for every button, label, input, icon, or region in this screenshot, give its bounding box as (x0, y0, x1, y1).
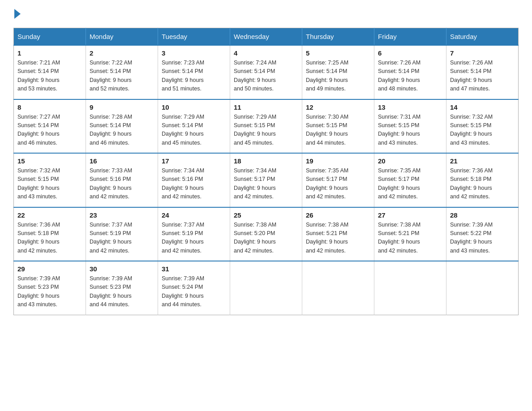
day-number: 1 (17, 49, 82, 57)
day-info: Sunrise: 7:31 AM Sunset: 5:15 PM Dayligh… (378, 113, 442, 148)
day-info: Sunrise: 7:32 AM Sunset: 5:15 PM Dayligh… (450, 113, 515, 148)
calendar-cell: 17 Sunrise: 7:34 AM Sunset: 5:16 PM Dayl… (158, 153, 230, 207)
day-info: Sunrise: 7:25 AM Sunset: 5:14 PM Dayligh… (306, 59, 370, 94)
day-info: Sunrise: 7:27 AM Sunset: 5:14 PM Dayligh… (17, 113, 82, 148)
calendar-cell: 19 Sunrise: 7:35 AM Sunset: 5:17 PM Dayl… (302, 153, 374, 207)
day-number: 10 (162, 103, 226, 111)
day-info: Sunrise: 7:38 AM Sunset: 5:21 PM Dayligh… (378, 221, 442, 256)
calendar-cell: 15 Sunrise: 7:32 AM Sunset: 5:15 PM Dayl… (14, 153, 86, 207)
calendar-week-2: 8 Sunrise: 7:27 AM Sunset: 5:14 PM Dayli… (14, 99, 519, 154)
calendar-table: SundayMondayTuesdayWednesdayThursdayFrid… (13, 28, 519, 315)
day-info: Sunrise: 7:39 AM Sunset: 5:23 PM Dayligh… (90, 274, 154, 309)
calendar-cell: 8 Sunrise: 7:27 AM Sunset: 5:14 PM Dayli… (14, 99, 86, 154)
dow-header-friday: Friday (374, 28, 446, 46)
calendar-week-3: 15 Sunrise: 7:32 AM Sunset: 5:15 PM Dayl… (14, 153, 519, 207)
day-info: Sunrise: 7:32 AM Sunset: 5:15 PM Dayligh… (17, 167, 82, 201)
day-number: 21 (450, 157, 515, 165)
logo-arrow-icon (14, 9, 21, 19)
day-number: 17 (162, 157, 226, 165)
calendar-cell: 1 Sunrise: 7:21 AM Sunset: 5:14 PM Dayli… (14, 45, 86, 99)
calendar-week-5: 29 Sunrise: 7:39 AM Sunset: 5:23 PM Dayl… (14, 261, 519, 315)
day-number: 29 (17, 265, 82, 273)
dow-header-monday: Monday (86, 28, 158, 46)
calendar-cell: 5 Sunrise: 7:25 AM Sunset: 5:14 PM Dayli… (302, 45, 374, 99)
calendar-week-4: 22 Sunrise: 7:36 AM Sunset: 5:18 PM Dayl… (14, 207, 519, 261)
day-number: 11 (234, 103, 298, 111)
calendar-body: 1 Sunrise: 7:21 AM Sunset: 5:14 PM Dayli… (14, 45, 519, 315)
calendar-cell: 24 Sunrise: 7:37 AM Sunset: 5:19 PM Dayl… (158, 207, 230, 261)
day-number: 7 (450, 49, 515, 57)
dow-header-thursday: Thursday (302, 28, 374, 46)
calendar-cell: 18 Sunrise: 7:34 AM Sunset: 5:17 PM Dayl… (230, 153, 302, 207)
day-number: 30 (90, 265, 154, 273)
calendar-cell: 22 Sunrise: 7:36 AM Sunset: 5:18 PM Dayl… (14, 207, 86, 261)
day-info: Sunrise: 7:24 AM Sunset: 5:14 PM Dayligh… (234, 59, 298, 94)
calendar-cell: 2 Sunrise: 7:22 AM Sunset: 5:14 PM Dayli… (86, 45, 158, 99)
dow-header-sunday: Sunday (14, 28, 86, 46)
day-number: 14 (450, 103, 515, 111)
calendar-cell (230, 261, 302, 315)
day-info: Sunrise: 7:30 AM Sunset: 5:15 PM Dayligh… (306, 113, 370, 148)
day-number: 2 (90, 49, 154, 57)
day-info: Sunrise: 7:21 AM Sunset: 5:14 PM Dayligh… (17, 59, 82, 94)
day-info: Sunrise: 7:29 AM Sunset: 5:14 PM Dayligh… (162, 113, 226, 148)
day-info: Sunrise: 7:38 AM Sunset: 5:21 PM Dayligh… (306, 221, 370, 256)
calendar-cell (446, 261, 519, 315)
day-info: Sunrise: 7:33 AM Sunset: 5:16 PM Dayligh… (90, 167, 154, 201)
day-number: 31 (162, 265, 226, 273)
day-info: Sunrise: 7:34 AM Sunset: 5:16 PM Dayligh… (162, 167, 226, 201)
day-info: Sunrise: 7:35 AM Sunset: 5:17 PM Dayligh… (378, 167, 442, 201)
calendar-cell: 29 Sunrise: 7:39 AM Sunset: 5:23 PM Dayl… (14, 261, 86, 315)
day-number: 19 (306, 157, 370, 165)
calendar-cell: 30 Sunrise: 7:39 AM Sunset: 5:23 PM Dayl… (86, 261, 158, 315)
calendar-cell: 27 Sunrise: 7:38 AM Sunset: 5:21 PM Dayl… (374, 207, 446, 261)
calendar-cell: 31 Sunrise: 7:39 AM Sunset: 5:24 PM Dayl… (158, 261, 230, 315)
calendar-cell (374, 261, 446, 315)
day-info: Sunrise: 7:37 AM Sunset: 5:19 PM Dayligh… (90, 221, 154, 256)
calendar-cell: 26 Sunrise: 7:38 AM Sunset: 5:21 PM Dayl… (302, 207, 374, 261)
calendar-cell: 16 Sunrise: 7:33 AM Sunset: 5:16 PM Dayl… (86, 153, 158, 207)
calendar-cell: 12 Sunrise: 7:30 AM Sunset: 5:15 PM Dayl… (302, 99, 374, 154)
calendar-cell: 14 Sunrise: 7:32 AM Sunset: 5:15 PM Dayl… (446, 99, 519, 154)
calendar-cell: 6 Sunrise: 7:26 AM Sunset: 5:14 PM Dayli… (374, 45, 446, 99)
calendar-header: SundayMondayTuesdayWednesdayThursdayFrid… (14, 28, 519, 46)
day-info: Sunrise: 7:37 AM Sunset: 5:19 PM Dayligh… (162, 221, 226, 256)
day-number: 4 (234, 49, 298, 57)
day-info: Sunrise: 7:39 AM Sunset: 5:22 PM Dayligh… (450, 221, 515, 256)
day-info: Sunrise: 7:36 AM Sunset: 5:18 PM Dayligh… (450, 167, 515, 201)
dow-header-tuesday: Tuesday (158, 28, 230, 46)
day-info: Sunrise: 7:38 AM Sunset: 5:20 PM Dayligh… (234, 221, 298, 256)
day-number: 22 (17, 211, 82, 219)
calendar-cell: 7 Sunrise: 7:26 AM Sunset: 5:14 PM Dayli… (446, 45, 519, 99)
calendar-cell: 4 Sunrise: 7:24 AM Sunset: 5:14 PM Dayli… (230, 45, 302, 99)
day-info: Sunrise: 7:28 AM Sunset: 5:14 PM Dayligh… (90, 113, 154, 148)
day-number: 9 (90, 103, 154, 111)
calendar-cell: 23 Sunrise: 7:37 AM Sunset: 5:19 PM Dayl… (86, 207, 158, 261)
day-number: 25 (234, 211, 298, 219)
dow-header-saturday: Saturday (446, 28, 519, 46)
day-number: 26 (306, 211, 370, 219)
day-number: 3 (162, 49, 226, 57)
day-info: Sunrise: 7:29 AM Sunset: 5:15 PM Dayligh… (234, 113, 298, 148)
day-info: Sunrise: 7:35 AM Sunset: 5:17 PM Dayligh… (306, 167, 370, 201)
calendar-cell: 13 Sunrise: 7:31 AM Sunset: 5:15 PM Dayl… (374, 99, 446, 154)
day-number: 13 (378, 103, 442, 111)
calendar-cell: 20 Sunrise: 7:35 AM Sunset: 5:17 PM Dayl… (374, 153, 446, 207)
day-number: 27 (378, 211, 442, 219)
day-number: 5 (306, 49, 370, 57)
day-number: 8 (17, 103, 82, 111)
day-number: 18 (234, 157, 298, 165)
day-info: Sunrise: 7:34 AM Sunset: 5:17 PM Dayligh… (234, 167, 298, 201)
day-number: 6 (378, 49, 442, 57)
calendar-cell (302, 261, 374, 315)
calendar-week-1: 1 Sunrise: 7:21 AM Sunset: 5:14 PM Dayli… (14, 45, 519, 99)
day-info: Sunrise: 7:26 AM Sunset: 5:14 PM Dayligh… (450, 59, 515, 94)
day-info: Sunrise: 7:36 AM Sunset: 5:18 PM Dayligh… (17, 221, 82, 256)
day-number: 15 (17, 157, 82, 165)
calendar-cell: 3 Sunrise: 7:23 AM Sunset: 5:14 PM Dayli… (158, 45, 230, 99)
calendar-cell: 9 Sunrise: 7:28 AM Sunset: 5:14 PM Dayli… (86, 99, 158, 154)
day-number: 16 (90, 157, 154, 165)
calendar-cell: 28 Sunrise: 7:39 AM Sunset: 5:22 PM Dayl… (446, 207, 519, 261)
calendar-cell: 21 Sunrise: 7:36 AM Sunset: 5:18 PM Dayl… (446, 153, 519, 207)
logo (13, 9, 21, 20)
